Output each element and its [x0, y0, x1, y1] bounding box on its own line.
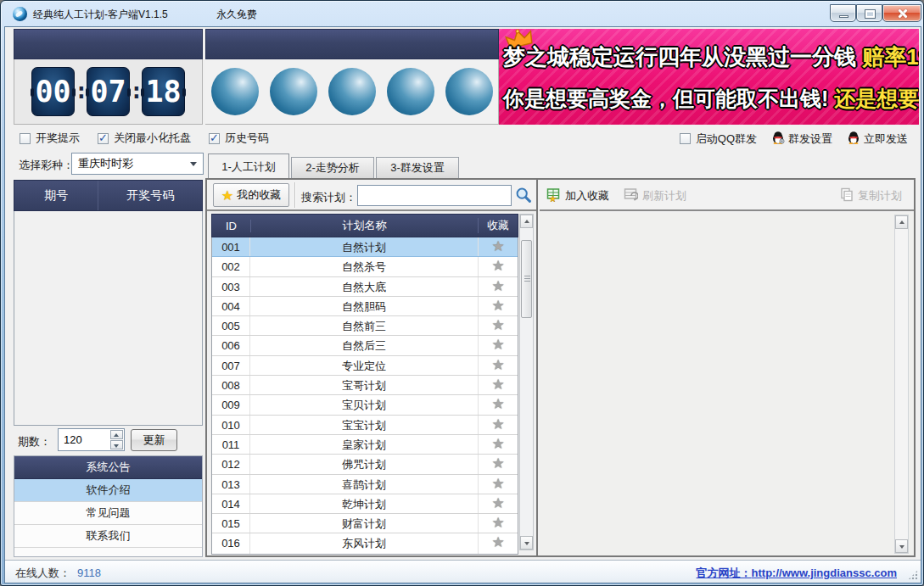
plan-name: 乾坤计划: [250, 494, 479, 513]
plan-name: 自然胆码: [250, 297, 479, 315]
favorite-star-icon[interactable]: [479, 494, 518, 513]
checkbox-icon[interactable]: [20, 133, 31, 144]
plan-row[interactable]: 013喜鹊计划: [212, 475, 518, 494]
plan-row[interactable]: 015财富计划: [212, 514, 518, 533]
favorite-star-icon[interactable]: [479, 475, 518, 494]
plan-row[interactable]: 001自然计划: [212, 237, 518, 257]
my-favorites-label: 我的收藏: [237, 187, 281, 203]
scroll-down-button[interactable]: [520, 536, 533, 550]
favorite-star-icon[interactable]: [479, 455, 518, 473]
periods-input[interactable]: [59, 429, 109, 450]
plan-detail-body: [540, 213, 914, 555]
close-icon: [897, 8, 908, 19]
tab-trend-analysis[interactable]: 2-走势分析: [291, 157, 374, 178]
checkbox-history-numbers[interactable]: 历史号码: [209, 131, 269, 146]
close-button[interactable]: [882, 4, 921, 22]
lottery-type-dropdown[interactable]: 重庆时时彩: [71, 153, 204, 175]
detail-scrollbar[interactable]: [894, 215, 909, 554]
favorite-star-icon[interactable]: [479, 257, 518, 276]
favorite-star-icon[interactable]: [479, 297, 518, 315]
update-button[interactable]: 更新: [131, 429, 177, 451]
maximize-button[interactable]: [856, 4, 882, 22]
menu-contact-us[interactable]: 联系我们: [14, 525, 202, 548]
plan-row[interactable]: 005自然前三: [212, 316, 518, 336]
plan-row[interactable]: 004自然胆码: [212, 297, 518, 316]
checkbox-icon[interactable]: [98, 133, 109, 144]
checkbox-close-minimize-to-tray[interactable]: 关闭最小化托盘: [98, 131, 191, 146]
official-website-link[interactable]: 官方网址：http://www.jingdianssc.com: [697, 566, 897, 581]
favorite-star-icon[interactable]: [479, 395, 518, 414]
favorite-star-icon[interactable]: [479, 376, 518, 394]
history-table-body[interactable]: [14, 211, 203, 426]
plan-name: 专业定位: [250, 356, 479, 375]
resize-grip[interactable]: [908, 570, 918, 580]
scroll-down-button[interactable]: [895, 539, 908, 553]
send-now-button[interactable]: 立即发送: [847, 131, 908, 147]
history-header-numbers: 开奖号码: [98, 181, 202, 210]
favorite-star-icon[interactable]: [479, 356, 518, 375]
tab-group-send-settings[interactable]: 3-群发设置: [376, 157, 459, 178]
plan-row[interactable]: 002自然杀号: [212, 257, 518, 276]
spinner-down-button[interactable]: [110, 440, 123, 449]
plan-id: 002: [212, 257, 250, 276]
plan-row[interactable]: 014乾坤计划: [212, 494, 518, 514]
search-input[interactable]: [357, 185, 512, 206]
minimize-button[interactable]: [830, 4, 856, 22]
menu-system-notice[interactable]: 系统公告: [14, 456, 202, 479]
scroll-up-button[interactable]: [895, 215, 908, 229]
countdown-panel: 00 07 18: [14, 29, 203, 125]
plan-detail-toolbar: ★ 加入收藏 刷新计划 复制计划: [540, 180, 914, 211]
options-group-right: 启动QQ群发 群发设置 立即发送: [680, 131, 908, 147]
plan-id: 015: [212, 514, 250, 533]
lottery-ball-icon: [445, 68, 493, 115]
checkbox-launch-qq-group-send[interactable]: 启动QQ群发: [680, 131, 757, 147]
favorite-star-icon[interactable]: [479, 336, 518, 354]
titlebar[interactable]: 经典纯人工计划-客户端V1.1.5 永久免费: [1, 1, 923, 26]
plan-row[interactable]: 009宝贝计划: [212, 395, 518, 415]
scroll-up-button[interactable]: [520, 215, 533, 228]
favorite-star-icon[interactable]: [479, 533, 518, 553]
clock-colon: [132, 81, 139, 102]
spinner-up-button[interactable]: [110, 430, 123, 439]
plan-row[interactable]: 012佛咒计划: [212, 455, 518, 474]
ad-banner[interactable]: 梦之城稳定运行四年从没黑过一分钱 赔率1950 时时彩 你是想要高奖金，但可能取…: [499, 29, 919, 125]
checkbox-draw-alert[interactable]: 开奖提示: [20, 131, 80, 146]
plan-row[interactable]: 011皇家计划: [212, 435, 518, 455]
checkbox-label: 关闭最小化托盘: [114, 131, 191, 146]
favorite-star-icon[interactable]: [479, 416, 518, 434]
banner-line-2: 你是想要高奖金，但可能取不出钱! 还是想要奖金不算低，但: [503, 85, 919, 113]
application-window: 经典纯人工计划-客户端V1.1.5 永久免费 00 07 18: [0, 0, 924, 586]
copy-plan-button[interactable]: 复制计划: [840, 187, 902, 204]
plan-row[interactable]: 008宝哥计划: [212, 376, 518, 395]
svg-text:★: ★: [549, 194, 557, 203]
window-title: 经典纯人工计划-客户端V1.1.5: [33, 8, 168, 22]
favorite-star-icon[interactable]: [479, 316, 518, 335]
favorite-star-icon[interactable]: [479, 514, 518, 533]
scrollbar-thumb[interactable]: [521, 240, 532, 318]
plan-id: 016: [212, 533, 250, 553]
plan-row[interactable]: 006自然后三: [212, 336, 518, 355]
search-icon[interactable]: [515, 187, 532, 204]
favorite-star-icon[interactable]: [479, 277, 518, 296]
plan-row[interactable]: 016东风计划: [212, 533, 518, 553]
plan-row[interactable]: 010宝宝计划: [212, 416, 518, 435]
tab-manual-plan[interactable]: 1-人工计划: [208, 153, 289, 178]
menu-software-intro[interactable]: 软件介绍: [14, 479, 202, 502]
my-favorites-button[interactable]: 我的收藏: [213, 183, 289, 207]
refresh-plan-button[interactable]: 刷新计划: [624, 187, 686, 204]
plan-list-toolbar: 我的收藏 搜索计划：: [207, 180, 536, 211]
plan-id: 013: [212, 475, 250, 494]
checkbox-icon[interactable]: [209, 133, 220, 144]
favorite-star-icon[interactable]: [479, 237, 518, 256]
menu-faq[interactable]: 常见问题: [14, 502, 202, 525]
group-send-settings-label: 群发设置: [788, 131, 832, 147]
website-url: http://www.jingdianssc.com: [752, 566, 897, 579]
plan-row[interactable]: 007专业定位: [212, 356, 518, 376]
plan-row[interactable]: 003自然大底: [212, 277, 518, 297]
plan-list-scrollbar[interactable]: [519, 214, 534, 550]
favorite-star-icon[interactable]: [479, 435, 518, 454]
add-favorite-button[interactable]: ★ 加入收藏: [546, 187, 609, 204]
checkbox-icon[interactable]: [680, 133, 691, 144]
plan-name: 佛咒计划: [250, 455, 479, 473]
group-send-settings-button[interactable]: 群发设置: [771, 131, 832, 147]
